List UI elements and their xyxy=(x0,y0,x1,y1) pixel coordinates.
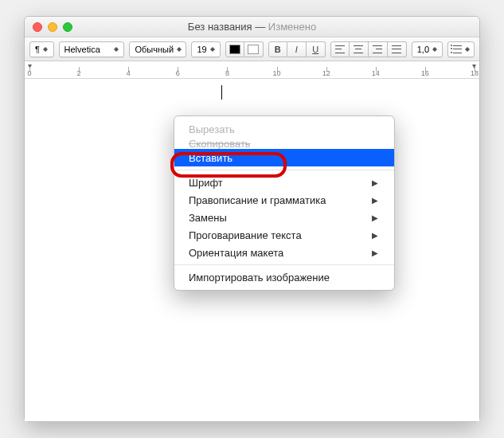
font-weight-select[interactable]: Обычный xyxy=(129,41,186,57)
menu-item-substitutions[interactable]: Замены▶ xyxy=(174,209,394,226)
ruler-tick-label: 10 xyxy=(273,69,281,77)
titlebar: Без названия — Изменено xyxy=(25,17,479,37)
menu-item-copy: Скопировать xyxy=(174,138,394,149)
menu-item-label: Импортировать изображение xyxy=(189,272,330,284)
text-cursor xyxy=(221,85,222,100)
list-style-select[interactable] xyxy=(447,41,475,57)
text-color-button[interactable] xyxy=(225,41,244,57)
menu-item-label: Правописание и грамматика xyxy=(189,194,326,206)
underline-button[interactable]: U xyxy=(307,41,326,57)
toolbar: ¶ Helvetica Обычный 19 B I U xyxy=(25,37,479,61)
menu-separator xyxy=(174,170,394,170)
menu-item-paste[interactable]: Вставить xyxy=(174,149,394,166)
ruler-tick-label: 0 xyxy=(27,69,31,77)
title-sep: — xyxy=(252,21,268,33)
chevron-updown-icon xyxy=(465,45,471,53)
ruler-tick-label: 2 xyxy=(77,69,81,77)
menu-item-import-image[interactable]: Импортировать изображение xyxy=(174,268,394,286)
underline-label: U xyxy=(312,45,318,54)
align-left-icon xyxy=(335,45,345,53)
ruler-tick-label: 16 xyxy=(421,69,429,77)
list-icon xyxy=(453,45,462,53)
ruler-tick-label: 12 xyxy=(322,69,330,77)
alignment-group xyxy=(330,41,407,57)
window-title: Без названия — Изменено xyxy=(25,21,479,33)
align-right-button[interactable] xyxy=(369,41,388,57)
paragraph-style-select[interactable]: ¶ xyxy=(29,41,54,57)
font-family-label: Helvetica xyxy=(64,45,100,54)
chevron-updown-icon xyxy=(43,45,49,53)
chevron-updown-icon xyxy=(114,45,120,53)
background-color-button[interactable] xyxy=(244,41,264,57)
align-left-button[interactable] xyxy=(330,41,350,57)
menu-item-label: Ориентация макета xyxy=(189,247,283,259)
menu-item-speech[interactable]: Проговаривание текста▶ xyxy=(174,226,394,244)
paragraph-style-label: ¶ xyxy=(35,45,40,54)
align-justify-button[interactable] xyxy=(388,41,407,57)
ruler-tick-label: 4 xyxy=(127,69,131,77)
font-size-select[interactable]: 19 xyxy=(191,41,220,57)
menu-item-label: Вырезать xyxy=(189,123,235,135)
chevron-updown-icon xyxy=(432,45,439,53)
ruler-tick-label: 14 xyxy=(372,69,380,77)
text-style-group: B I U xyxy=(268,41,326,57)
document-name: Без названия xyxy=(188,21,252,33)
ruler[interactable]: ▾ ▾ 024681012141618 xyxy=(25,61,479,79)
chevron-updown-icon xyxy=(210,45,217,53)
submenu-arrow-icon: ▶ xyxy=(372,178,378,187)
ruler-tick-label: 6 xyxy=(176,69,180,77)
line-spacing-label: 1,0 xyxy=(417,45,429,54)
font-size-label: 19 xyxy=(197,45,206,54)
ruler-tick-label: 18 xyxy=(471,69,479,77)
line-spacing-select[interactable]: 1,0 xyxy=(412,41,443,57)
color-swatches xyxy=(225,41,264,57)
swatch-black-icon xyxy=(229,45,240,54)
menu-separator xyxy=(174,264,394,265)
menu-item-layout[interactable]: Ориентация макета▶ xyxy=(174,244,394,261)
chevron-updown-icon xyxy=(177,45,182,53)
ruler-tick-label: 8 xyxy=(225,69,229,77)
align-justify-icon xyxy=(392,45,401,53)
font-family-select[interactable]: Helvetica xyxy=(59,41,125,57)
menu-item-spelling[interactable]: Правописание и грамматика▶ xyxy=(174,191,394,209)
submenu-arrow-icon: ▶ xyxy=(372,196,378,205)
italic-button[interactable]: I xyxy=(287,41,307,57)
menu-item-cut: Вырезать xyxy=(174,120,394,138)
font-weight-label: Обычный xyxy=(135,45,174,54)
align-center-icon xyxy=(354,45,363,53)
menu-item-label: Проговаривание текста xyxy=(189,229,302,241)
menu-item-label: Шрифт xyxy=(189,177,223,189)
menu-item-label: Замены xyxy=(189,212,227,224)
italic-label: I xyxy=(295,45,298,54)
context-menu: Вырезать Скопировать Вставить Шрифт▶ Пра… xyxy=(174,115,395,291)
swatch-white-icon xyxy=(248,45,259,54)
align-center-button[interactable] xyxy=(350,41,369,57)
menu-item-label: Вставить xyxy=(189,152,232,164)
align-right-icon xyxy=(373,45,382,53)
submenu-arrow-icon: ▶ xyxy=(372,248,378,257)
menu-item-label: Скопировать xyxy=(189,138,251,149)
modified-indicator: Изменено xyxy=(268,21,316,33)
submenu-arrow-icon: ▶ xyxy=(372,213,378,222)
submenu-arrow-icon: ▶ xyxy=(372,231,378,240)
bold-button[interactable]: B xyxy=(268,41,287,57)
bold-label: B xyxy=(275,45,281,54)
menu-item-font[interactable]: Шрифт▶ xyxy=(174,174,394,191)
